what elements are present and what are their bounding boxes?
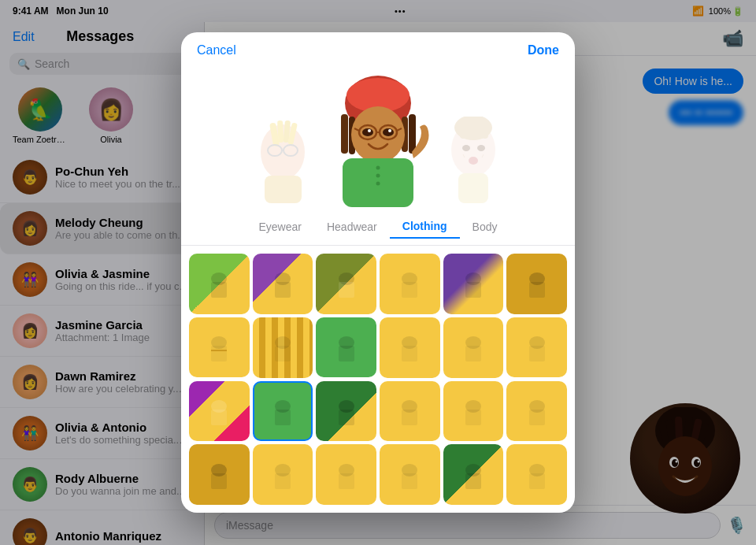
- svg-rect-91: [529, 410, 545, 425]
- svg-point-52: [477, 145, 485, 151]
- clothing-item-2[interactable]: [253, 254, 313, 314]
- tab-headwear[interactable]: Headwear: [314, 215, 390, 239]
- svg-rect-54: [458, 173, 488, 203]
- svg-rect-56: [211, 282, 227, 298]
- svg-rect-93: [211, 473, 227, 489]
- done-button[interactable]: Done: [528, 43, 559, 57]
- svg-point-39: [368, 129, 371, 132]
- svg-rect-22: [265, 176, 302, 203]
- clothing-item-6[interactable]: [506, 254, 567, 314]
- svg-rect-85: [339, 410, 354, 425]
- modal-overlay: Cancel Done: [0, 0, 756, 545]
- svg-point-42: [376, 166, 380, 170]
- clothing-item-1[interactable]: [189, 254, 250, 314]
- clothing-item-10[interactable]: [380, 317, 440, 378]
- clothing-item-19[interactable]: [189, 444, 250, 505]
- category-tabs: Eyewear Headwear Clothing Body: [181, 215, 575, 246]
- svg-rect-48: [482, 121, 488, 139]
- clothing-item-24[interactable]: [506, 444, 567, 505]
- svg-rect-62: [402, 282, 417, 298]
- svg-rect-101: [465, 473, 481, 489]
- svg-rect-75: [402, 346, 417, 361]
- svg-rect-89: [465, 410, 481, 425]
- clothing-item-17[interactable]: [443, 381, 504, 442]
- svg-rect-81: [211, 410, 227, 425]
- clothing-item-9[interactable]: [316, 317, 376, 378]
- svg-rect-16: [277, 120, 284, 143]
- clothing-item-13[interactable]: [189, 381, 250, 442]
- svg-rect-103: [529, 473, 545, 489]
- clothing-item-18[interactable]: [506, 381, 567, 442]
- memoji-editor-modal: Cancel Done: [181, 32, 575, 513]
- svg-rect-60: [339, 282, 354, 298]
- clothing-item-14[interactable]: [253, 381, 313, 442]
- svg-point-37: [362, 128, 373, 136]
- clothing-item-16[interactable]: [380, 381, 440, 442]
- modal-topbar: Cancel Done: [181, 32, 575, 57]
- svg-point-38: [383, 128, 394, 136]
- svg-rect-95: [275, 473, 291, 489]
- svg-point-40: [388, 129, 391, 132]
- memoji-preview-center: [327, 73, 429, 207]
- svg-rect-68: [211, 346, 227, 361]
- clothing-item-15[interactable]: [316, 381, 376, 442]
- clothing-item-22[interactable]: [380, 444, 440, 505]
- clothing-item-11[interactable]: [443, 317, 504, 378]
- svg-point-51: [462, 145, 470, 151]
- clothing-item-7[interactable]: [189, 317, 250, 378]
- cancel-button[interactable]: Cancel: [197, 43, 236, 57]
- clothing-item-23[interactable]: [443, 444, 504, 505]
- tab-eyewear[interactable]: Eyewear: [246, 215, 314, 239]
- svg-rect-73: [339, 346, 354, 361]
- clothing-item-20[interactable]: [253, 444, 313, 505]
- svg-rect-47: [460, 121, 466, 139]
- clothing-item-5[interactable]: [443, 254, 504, 314]
- svg-rect-77: [465, 346, 481, 361]
- svg-rect-66: [529, 282, 545, 298]
- tab-clothing[interactable]: Clothing: [390, 215, 460, 239]
- clothing-item-4[interactable]: [380, 254, 440, 314]
- clothing-item-3[interactable]: [316, 254, 376, 314]
- svg-rect-27: [341, 114, 348, 154]
- memoji-preview-left: [251, 113, 314, 207]
- svg-rect-71: [275, 346, 291, 361]
- memoji-preview-strip: [181, 57, 575, 215]
- clothing-item-21[interactable]: [316, 444, 376, 505]
- clothing-item-8[interactable]: [253, 317, 313, 378]
- clothing-item-12[interactable]: [506, 317, 567, 378]
- svg-point-53: [469, 157, 478, 165]
- svg-rect-30: [409, 114, 416, 154]
- svg-rect-87: [402, 410, 417, 425]
- svg-point-43: [376, 174, 380, 178]
- svg-rect-58: [275, 282, 291, 298]
- clothing-grid: [181, 246, 575, 513]
- svg-rect-83: [275, 410, 291, 425]
- svg-rect-79: [529, 346, 545, 361]
- svg-rect-97: [339, 473, 354, 489]
- svg-point-44: [376, 182, 380, 186]
- svg-rect-64: [465, 282, 481, 298]
- memoji-preview-right: [442, 113, 505, 207]
- svg-rect-99: [402, 473, 417, 489]
- tab-body[interactable]: Body: [460, 215, 510, 239]
